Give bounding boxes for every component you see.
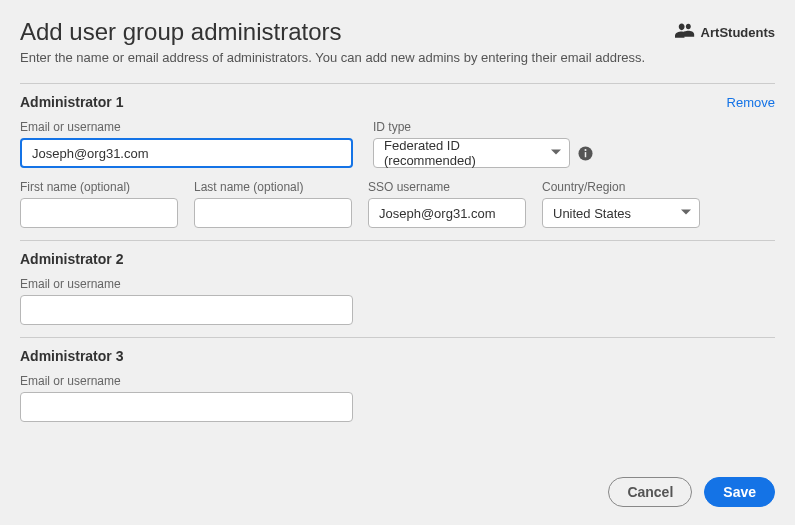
email-label: Email or username	[20, 120, 353, 134]
sso-label: SSO username	[368, 180, 526, 194]
admin1-title: Administrator 1	[20, 94, 123, 110]
save-button[interactable]: Save	[704, 477, 775, 507]
email-label: Email or username	[20, 277, 353, 291]
users-icon	[675, 23, 695, 42]
email-input[interactable]	[20, 392, 353, 422]
region-select[interactable]: United States	[542, 198, 700, 228]
lastname-input[interactable]	[194, 198, 352, 228]
admin3-header: Administrator 3	[20, 348, 775, 364]
admin1-header: Administrator 1 Remove	[20, 94, 775, 110]
lastname-label: Last name (optional)	[194, 180, 352, 194]
email-input[interactable]	[20, 295, 353, 325]
svg-rect-1	[585, 152, 587, 157]
group-badge: ArtStudents	[675, 23, 775, 42]
chevron-down-icon	[681, 206, 691, 221]
firstname-input[interactable]	[20, 198, 178, 228]
divider	[20, 337, 775, 338]
remove-link[interactable]: Remove	[727, 95, 775, 110]
dialog-footer: Cancel Save	[608, 477, 775, 507]
idtype-label: ID type	[373, 120, 621, 134]
divider	[20, 240, 775, 241]
idtype-selected: Federated ID (recommended)	[384, 138, 541, 168]
sso-input[interactable]	[368, 198, 526, 228]
dialog-add-user-group-admins: Add user group administrators ArtStudent…	[0, 0, 795, 525]
dialog-header: Add user group administrators ArtStudent…	[20, 18, 775, 46]
dialog-subtitle: Enter the name or email address of admin…	[20, 50, 775, 65]
admin3-title: Administrator 3	[20, 348, 123, 364]
group-name: ArtStudents	[701, 25, 775, 40]
svg-point-2	[584, 149, 586, 151]
region-selected: United States	[553, 206, 631, 221]
email-label: Email or username	[20, 374, 353, 388]
email-input[interactable]	[20, 138, 353, 168]
info-icon[interactable]	[578, 145, 593, 161]
admin2-header: Administrator 2	[20, 251, 775, 267]
idtype-select[interactable]: Federated ID (recommended)	[373, 138, 570, 168]
dialog-title: Add user group administrators	[20, 18, 342, 46]
firstname-label: First name (optional)	[20, 180, 178, 194]
region-label: Country/Region	[542, 180, 700, 194]
admin2-title: Administrator 2	[20, 251, 123, 267]
chevron-down-icon	[551, 146, 561, 161]
cancel-button[interactable]: Cancel	[608, 477, 692, 507]
divider	[20, 83, 775, 84]
